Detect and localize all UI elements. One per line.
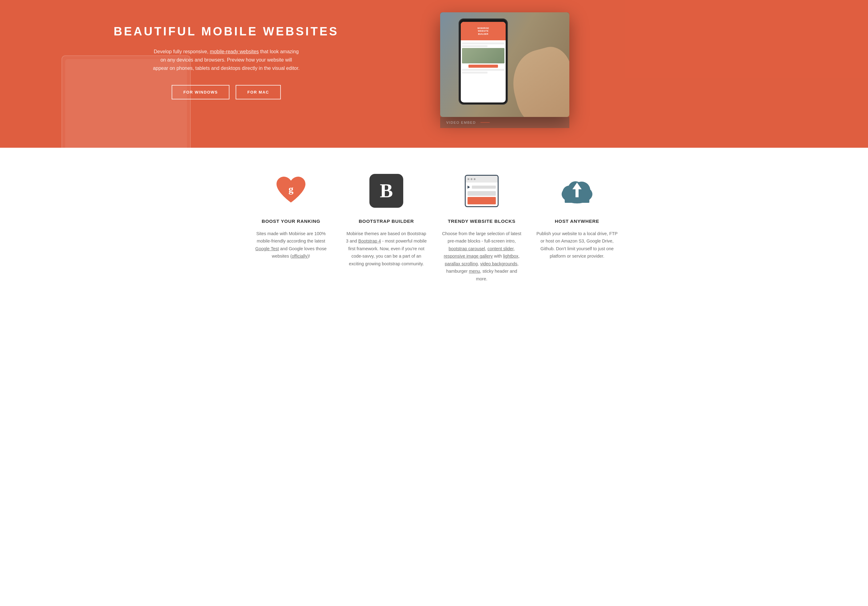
browser-block [468,197,496,204]
browser-dot [474,178,476,180]
browser-icon [463,172,500,209]
phone-screen-row [462,42,504,44]
browser-window-icon [465,175,499,207]
browser-dot [468,178,470,180]
browser-content-line [472,186,496,189]
browser-cursor-icon [468,186,470,189]
phone-device: MOBIRISE WEBSITE BUILDER [459,19,508,105]
feature-trendy-desc: Choose from the large selection of lates… [440,230,523,283]
feature-boost: g BOOST YOUR RANKING Sites made with Mob… [250,172,333,283]
feature-host: HOST ANYWHERE Publish your website to a … [535,172,618,283]
features-section: g BOOST YOUR RANKING Sites made with Mob… [0,148,868,307]
hero-phone-frame: MOBIRISE WEBSITE BUILDER [440,12,569,117]
responsive-gallery-link[interactable]: responsive image gallery [444,253,493,258]
bootstrap4-link[interactable]: Bootstrap 4 [358,239,381,244]
feature-bootstrap-title: BOOTSTRAP BUILDER [359,219,414,224]
mac-button[interactable]: FOR MAC [236,85,281,99]
phone-in-hand: MOBIRISE WEBSITE BUILDER [440,12,569,117]
video-embed-bar: VIDEO EMBED [440,117,569,128]
features-grid: g BOOST YOUR RANKING Sites made with Mob… [250,172,618,283]
hero-section: BEAUTIFUL MOBILE WEBSITES Develop fully … [0,0,868,148]
feature-bootstrap: B BOOTSTRAP BUILDER Mobirise themes are … [345,172,428,283]
video-embed-label: VIDEO EMBED [446,121,476,124]
phone-screen-img [462,48,504,64]
hero-desc-text1: Develop fully responsive, [154,49,210,54]
phone-screen-btn [468,65,498,68]
browser-body [466,182,498,206]
video-embed-line [480,122,490,123]
browser-titlebar [466,176,498,182]
hero-content: BEAUTIFUL MOBILE WEBSITES Develop fully … [0,0,434,118]
feature-boost-title: BOOST YOUR RANKING [262,219,321,224]
phone-screen-header-text: MOBIRISE WEBSITE BUILDER [477,27,489,35]
feature-trendy: TRENDY WEBSITE BLOCKS Choose from the la… [440,172,523,283]
feature-bootstrap-desc: Mobirise themes are based on Bootstrap 3… [345,230,428,267]
bootstrap-b-icon: B [369,174,403,208]
hero-title: BEAUTIFUL MOBILE WEBSITES [37,25,415,38]
browser-content-line [468,191,496,196]
google-test-link[interactable]: Google Test [255,246,279,251]
heart-google-icon: g [273,172,309,209]
parallax-link[interactable]: parallax scrolling [445,261,478,266]
hero-buttons: FOR WINDOWS FOR MAC [37,85,415,99]
phone-screen-body [461,40,506,76]
phone-screen-row [462,69,504,71]
svg-text:g: g [288,183,293,194]
browser-dot [471,178,473,180]
menu-link[interactable]: menu [469,269,480,273]
phone-screen-row [462,72,488,73]
feature-trendy-title: TRENDY WEBSITE BLOCKS [448,219,516,224]
feature-boost-desc: Sites made with Mobirise are 100% mobile… [250,230,333,260]
lightbox-link[interactable]: lightbox [503,253,519,258]
phone-screen-row [462,45,488,47]
hero-description: Develop fully responsive, mobile-ready w… [153,47,300,73]
video-backgrounds-link[interactable]: video backgrounds [480,261,517,266]
hero-desc-link[interactable]: mobile-ready websites [210,49,259,54]
cloud-upload-icon [559,172,595,209]
hand-shape [505,42,569,117]
hero-image-section: MOBIRISE WEBSITE BUILDER [434,0,868,128]
bootstrap-icon: B [368,172,405,209]
bootstrap-carousel-link[interactable]: bootstrap carousel [448,246,485,251]
browser-cursor-row [468,184,496,190]
content-slider-link[interactable]: content slider [488,246,514,251]
feature-host-desc: Publish your website to a local drive, F… [535,230,618,260]
phone-device-screen: MOBIRISE WEBSITE BUILDER [461,22,506,103]
phone-screen-header: MOBIRISE WEBSITE BUILDER [461,22,506,40]
officially-link[interactable]: officially [292,253,308,258]
feature-host-title: HOST ANYWHERE [555,219,599,224]
windows-button[interactable]: FOR WINDOWS [172,85,229,99]
